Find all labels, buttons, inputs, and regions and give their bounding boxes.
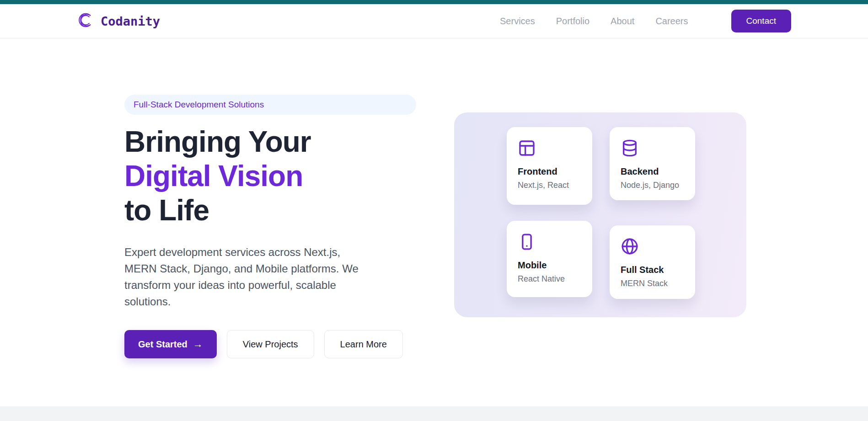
brand-name: Codanity: [101, 14, 160, 28]
card-title: Mobile: [518, 260, 582, 271]
nav-item-careers[interactable]: Careers: [655, 16, 688, 27]
site-header: Codanity Services Portfolio About Career…: [0, 4, 868, 38]
nav-item-services[interactable]: Services: [500, 16, 535, 27]
arrow-right-icon: →: [193, 338, 203, 350]
globe-icon: [621, 249, 639, 257]
brand-logo[interactable]: Codanity: [77, 11, 160, 31]
main-nav: Services Portfolio About Careers Contact: [500, 10, 791, 32]
smartphone-icon: [518, 245, 536, 252]
next-section-strip: [0, 406, 868, 421]
learn-more-button[interactable]: Learn More: [324, 330, 403, 358]
landing-page: Codanity Services Portfolio About Career…: [0, 0, 868, 421]
card-subtitle: React Native: [518, 274, 582, 284]
nav-item-about[interactable]: About: [611, 16, 634, 27]
service-card-backend[interactable]: Backend Node.js, Django: [610, 127, 695, 200]
view-projects-button[interactable]: View Projects: [227, 330, 314, 358]
contact-button[interactable]: Contact: [731, 10, 791, 32]
card-subtitle: Node.js, Django: [621, 181, 685, 190]
card-title: Backend: [621, 166, 685, 177]
cta-row: Get Started → View Projects Learn More: [124, 330, 417, 358]
hero-heading: Bringing Your Digital Vision to Life: [124, 125, 417, 228]
top-accent-bar: [0, 0, 868, 4]
service-card-frontend[interactable]: Frontend Next.js, React: [507, 127, 592, 205]
card-title: Frontend: [518, 166, 582, 177]
hero-heading-line1: Bringing Your: [124, 125, 417, 159]
card-title: Full Stack: [621, 265, 685, 275]
card-subtitle: Next.js, React: [518, 181, 582, 190]
service-card-fullstack[interactable]: Full Stack MERN Stack: [610, 225, 695, 299]
database-icon: [621, 151, 639, 159]
codanity-logo-icon: [77, 11, 94, 31]
hero-description: Expert development services across Next.…: [124, 244, 371, 310]
nav-item-portfolio[interactable]: Portfolio: [556, 16, 589, 27]
hero-heading-line2: Digital Vision: [124, 159, 417, 193]
hero-badge: Full-Stack Development Solutions: [124, 95, 416, 115]
card-subtitle: MERN Stack: [621, 279, 685, 288]
get-started-button[interactable]: Get Started →: [124, 330, 217, 358]
service-card-mobile[interactable]: Mobile React Native: [507, 221, 592, 297]
services-panel: Frontend Next.js, React Backend Node.js,…: [454, 112, 746, 317]
hero-heading-line3: to Life: [124, 193, 417, 228]
hero-content: Full-Stack Development Solutions Bringin…: [124, 95, 417, 358]
get-started-label: Get Started: [138, 339, 188, 350]
layout-icon: [518, 151, 536, 159]
